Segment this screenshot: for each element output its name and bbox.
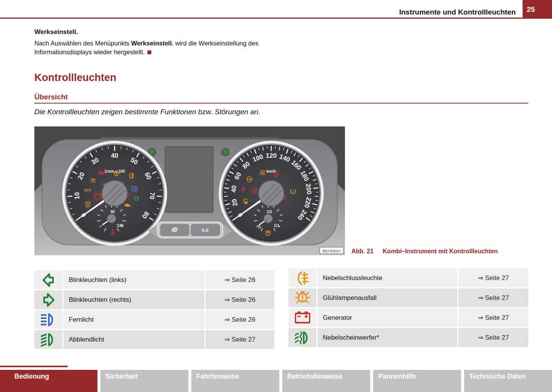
page-reference: ⇒ Seite 26	[206, 271, 274, 289]
page-reference: ⇒ Seite 27	[458, 269, 528, 287]
svg-text:EPC: EPC	[84, 188, 92, 192]
page-reference: ⇒ Seite 27	[206, 330, 274, 349]
indicator-label: Nebelschlussleuchte	[317, 269, 457, 287]
page-reference: ⇒ Seite 26	[206, 310, 274, 329]
table-row: Blinkleuchten (links) ⇒ Seite 26	[34, 271, 274, 289]
low-beam-icon	[34, 330, 62, 349]
subsection-rule	[34, 103, 528, 104]
intro-paragraph: Nach Auswählen des Menüpunkts Werkseinst…	[34, 39, 269, 57]
page-reference: ⇒ Seite 27	[458, 308, 528, 327]
indicator-label: Blinkleuchten (links)	[63, 271, 204, 289]
table-row: Abblendlicht ⇒ Seite 27	[34, 330, 274, 349]
indicator-label: Fernlicht	[63, 310, 204, 329]
footer-tab-fahrhinweise[interactable]: Fahrhinweise	[191, 370, 279, 392]
svg-text:70: 70	[148, 192, 156, 199]
intro-bold-term: Werkseinstell.	[131, 40, 173, 47]
page-reference: ⇒ Seite 26	[206, 290, 274, 309]
generator-battery-icon	[288, 308, 316, 327]
end-of-section-square	[147, 50, 151, 54]
warning-lights-table-right: Nebelschlussleuchte ⇒ Seite 27 Glühlampe…	[288, 269, 528, 348]
indicator-label: Glühlampenausfall	[317, 288, 457, 307]
footer-tab-bedienung[interactable]: Bedienung	[0, 370, 97, 392]
svg-text:40: 40	[230, 185, 238, 193]
turn-signal-right-icon	[34, 290, 62, 309]
svg-text:0.0: 0.0	[202, 228, 209, 233]
indicator-label: Nebelscheinwerfer*	[317, 328, 457, 347]
svg-text:OFF: OFF	[86, 205, 91, 208]
svg-text:B5J-6021H: B5J-6021H	[322, 249, 341, 253]
intro-heading: Werkseinstell.	[34, 28, 78, 36]
svg-text:1/2: 1/2	[267, 210, 272, 214]
footer-tab-sicherheit[interactable]: Sicherheit	[100, 370, 188, 392]
indicator-label: Blinkleuchten (rechts)	[63, 290, 204, 309]
table-row: Blinkleuchten (rechts) ⇒ Seite 26	[34, 290, 274, 309]
svg-text:120: 120	[266, 152, 277, 159]
svg-text:130: 130	[117, 224, 123, 228]
footer-nav: Bedienung Sicherheit Fahrhinweise Betrie…	[0, 370, 552, 392]
svg-text:200: 200	[304, 183, 313, 194]
table-row: Nebelschlussleuchte ⇒ Seite 27	[288, 269, 528, 287]
turn-signal-left-icon	[34, 271, 62, 289]
caption-label: Abb. 21	[351, 248, 374, 254]
front-fog-light-icon	[288, 328, 316, 347]
table-row: Fernlicht ⇒ Seite 26	[34, 310, 274, 329]
table-row: Glühlampenausfall ⇒ Seite 27	[288, 288, 528, 307]
svg-text:10: 10	[73, 192, 81, 199]
indicator-label: Generator	[317, 308, 457, 327]
svg-text:40: 40	[111, 152, 118, 159]
high-beam-icon	[34, 310, 62, 329]
footer-tab-betriebshinweise[interactable]: Betriebshinweise	[282, 370, 370, 392]
svg-text:90: 90	[110, 210, 115, 214]
footer-accent-line	[0, 366, 68, 367]
bulb-failure-icon	[288, 288, 316, 307]
footer-tab-pannenhilfe[interactable]: Pannenhilfe	[373, 370, 461, 392]
warning-lights-table-left: Blinkleuchten (links) ⇒ Seite 26 Blinkle…	[34, 271, 274, 350]
page-number-badge: 25	[523, 0, 552, 19]
table-row: Nebelscheinwerfer* ⇒ Seite 27	[288, 328, 528, 347]
section-title: Kontrollleuchten	[34, 72, 117, 84]
instrument-cluster-figure: 010203040506070801/min x 100EPCOFF901300…	[34, 126, 345, 255]
table-row: Generator ⇒ Seite 27	[288, 308, 528, 327]
caption-text: Kombi–Instrument mit Kontrollleuchten	[383, 248, 498, 254]
manual-page: Instrumente und Kontrollleuchten 25 Werk…	[0, 0, 552, 392]
footer-tab-technische-daten[interactable]: Technische Daten	[464, 370, 552, 392]
header-rule	[0, 18, 552, 19]
subsection-title: Übersicht	[34, 93, 68, 101]
indicator-label: Abblendlicht	[63, 330, 204, 349]
lead-text: Die Kontrollleuchten zeigen bestimmte Fu…	[34, 108, 260, 116]
svg-text:1/1: 1/1	[274, 224, 279, 228]
instrument-cluster-image: 010203040506070801/min x 100EPCOFF901300…	[34, 126, 345, 255]
page-reference: ⇒ Seite 27	[458, 288, 528, 307]
page-reference: ⇒ Seite 27	[458, 328, 528, 347]
page-number: 25	[527, 5, 535, 14]
figure-caption: Abb. 21Kombi–Instrument mit Kontrollleuc…	[351, 248, 498, 255]
svg-text:ABS: ABS	[247, 178, 252, 180]
rear-fog-light-icon	[288, 269, 316, 287]
page-title: Instrumente und Kontrollleuchten	[399, 8, 516, 16]
